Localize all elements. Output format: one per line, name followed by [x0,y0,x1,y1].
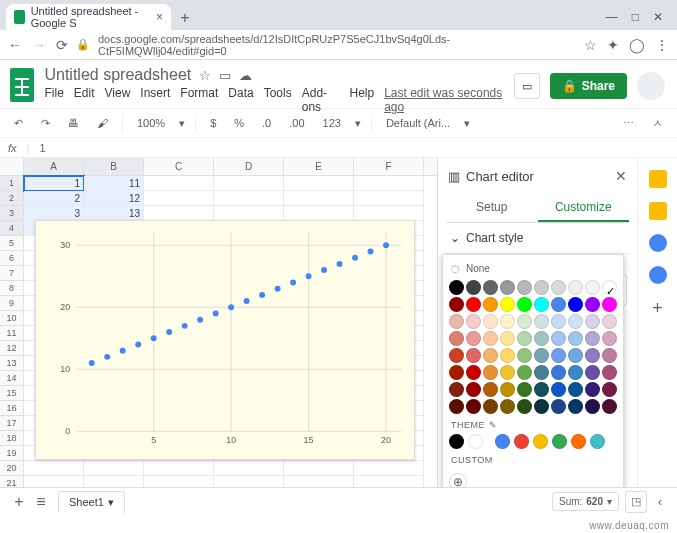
color-swatch[interactable] [568,280,583,295]
color-swatch[interactable] [466,280,481,295]
color-swatch[interactable] [500,382,515,397]
color-swatch[interactable] [568,348,583,363]
menu-edit[interactable]: Edit [74,86,95,114]
color-swatch[interactable] [449,297,464,312]
color-swatch[interactable] [449,280,464,295]
quicksum-box[interactable]: Sum: 620 ▾ [552,492,619,511]
menu-add-ons[interactable]: Add-ons [302,86,340,114]
zoom-select[interactable]: 100% [133,115,169,131]
toolbar-more-button[interactable]: ⋯ [619,115,638,132]
forward-icon[interactable]: → [32,37,46,53]
cell[interactable] [284,191,354,206]
color-swatch[interactable] [585,365,600,380]
color-swatch[interactable] [500,280,515,295]
row-header[interactable]: 19 [0,446,24,461]
font-select[interactable]: Default (Ari... [382,115,454,131]
color-swatch[interactable] [500,331,515,346]
explore-button[interactable]: ◳ [625,491,647,513]
color-swatch[interactable] [483,348,498,363]
color-swatch[interactable] [517,297,532,312]
color-swatch[interactable] [483,331,498,346]
color-swatch[interactable] [585,314,600,329]
color-none-option[interactable]: ◌ None [449,261,617,280]
row-header[interactable]: 5 [0,236,24,251]
row-header[interactable]: 17 [0,416,24,431]
theme-swatch[interactable] [495,434,510,449]
cell[interactable] [214,176,284,191]
color-swatch[interactable] [585,348,600,363]
cell[interactable] [354,461,424,476]
row-header[interactable]: 8 [0,281,24,296]
color-swatch[interactable] [602,331,617,346]
row-header[interactable]: 18 [0,431,24,446]
color-swatch[interactable] [602,297,617,312]
col-header[interactable]: C [144,158,214,175]
color-swatch[interactable] [602,365,617,380]
move-icon[interactable]: ▭ [219,68,231,83]
percent-button[interactable]: % [230,115,248,131]
redo-button[interactable]: ↷ [37,115,54,132]
theme-swatch[interactable] [468,434,483,449]
cell[interactable] [84,461,144,476]
add-addon-button[interactable]: + [652,298,663,319]
reload-icon[interactable]: ⟳ [56,37,68,53]
color-swatch[interactable] [534,382,549,397]
color-swatch[interactable] [534,297,549,312]
color-swatch[interactable] [449,314,464,329]
maximize-button[interactable]: □ [632,10,639,24]
color-swatch[interactable] [500,297,515,312]
pencil-icon[interactable]: ✎ [489,420,498,430]
row-header[interactable]: 14 [0,371,24,386]
close-sidebar-button[interactable]: ✕ [615,168,627,184]
tab-customize[interactable]: Customize [538,194,630,222]
col-header[interactable]: B [84,158,144,175]
cell[interactable]: 1 [24,176,84,191]
cell[interactable]: 11 [84,176,144,191]
color-swatch[interactable] [551,280,566,295]
all-sheets-button[interactable]: ≡ [30,491,52,513]
color-swatch[interactable] [517,399,532,414]
row-header[interactable]: 9 [0,296,24,311]
print-button[interactable]: 🖶 [64,115,83,131]
color-swatch[interactable] [602,382,617,397]
cell[interactable] [144,461,214,476]
row-header[interactable]: 11 [0,326,24,341]
cell[interactable] [284,176,354,191]
color-swatch[interactable] [483,280,498,295]
color-swatch[interactable] [466,331,481,346]
theme-swatch[interactable] [590,434,605,449]
collapse-toolbar-button[interactable]: ㅅ [648,114,667,133]
color-swatch[interactable] [500,314,515,329]
row-header[interactable]: 4 [0,221,24,236]
color-swatch[interactable] [466,365,481,380]
color-swatch[interactable] [551,314,566,329]
color-swatch[interactable] [517,314,532,329]
color-swatch[interactable] [517,280,532,295]
back-icon[interactable]: ← [8,37,22,53]
color-swatch[interactable] [534,348,549,363]
menu-insert[interactable]: Insert [140,86,170,114]
color-swatch[interactable] [449,331,464,346]
close-window-button[interactable]: ✕ [653,10,663,24]
currency-button[interactable]: $ [206,115,220,131]
col-header[interactable]: D [214,158,284,175]
color-swatch[interactable] [602,399,617,414]
color-swatch[interactable] [483,297,498,312]
cell[interactable]: 2 [24,191,84,206]
row-header[interactable]: 1 [0,176,24,191]
row-header[interactable]: 20 [0,461,24,476]
cell[interactable] [354,191,424,206]
color-swatch[interactable] [449,382,464,397]
new-tab-button[interactable]: + [173,6,197,30]
sheet-tab[interactable]: Sheet1 ▾ [58,491,125,513]
doc-title[interactable]: Untitled spreadsheet [44,66,191,84]
browser-tab[interactable]: Untitled spreadsheet - Google S × [6,4,171,30]
color-swatch[interactable] [449,365,464,380]
cell[interactable] [144,176,214,191]
theme-swatch[interactable] [514,434,529,449]
color-swatch[interactable] [585,331,600,346]
theme-swatch[interactable] [571,434,586,449]
paint-format-button[interactable]: 🖌 [93,115,112,131]
cell[interactable] [214,206,284,221]
color-swatch[interactable] [483,382,498,397]
